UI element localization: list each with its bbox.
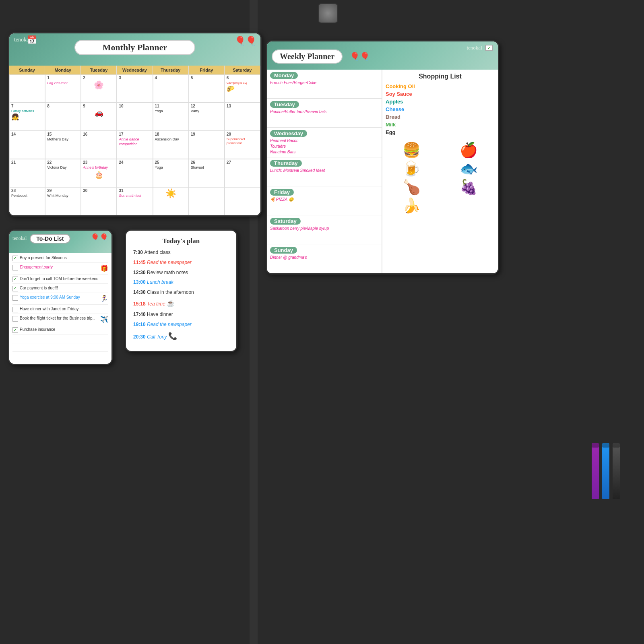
todo-item-text: Car payment is due!!! bbox=[20, 285, 108, 291]
plan-time: 11:45 bbox=[133, 260, 147, 265]
table-row: 21 bbox=[9, 159, 45, 187]
table-row: 15Mother's Day bbox=[45, 131, 81, 159]
col-friday: Friday bbox=[189, 66, 225, 74]
salmon-sticker: 🐟 bbox=[441, 160, 497, 177]
table-row: 16 bbox=[81, 131, 117, 159]
table-row: 27 bbox=[225, 159, 260, 187]
checkbox[interactable]: ✓ bbox=[12, 327, 18, 333]
monthly-header: tenokal Monthly Planner 🎈🎈 📅 bbox=[9, 33, 260, 66]
marker-purple bbox=[592, 443, 599, 499]
day-event: French Fries/Burger/Coke bbox=[270, 80, 378, 86]
plan-desc: Call Tony bbox=[147, 334, 167, 340]
todo-list: tenokal To-Do List 🎈🎈 ✓ Buy a present fo… bbox=[8, 229, 113, 365]
plan-desc: Read the newspaper bbox=[147, 322, 192, 327]
todays-plan: Today's plan 7:30 Attend class 11:45 Rea… bbox=[125, 229, 237, 352]
beer-sticker: 🍺 bbox=[384, 160, 440, 177]
day-block-sunday: Sunday Dinner @ grandma's bbox=[267, 244, 382, 273]
table-row: 14 bbox=[9, 131, 45, 159]
todo-item-text: Book the flight ticket for the Business … bbox=[20, 316, 99, 321]
table-row bbox=[225, 187, 260, 215]
plan-desc: Lunch break bbox=[147, 279, 173, 285]
plan-time: 19:10 bbox=[133, 322, 147, 327]
day-event: Lunch: Montreal Smoked Meat bbox=[270, 168, 378, 173]
plan-item: 12:30 Review math notes bbox=[133, 269, 229, 276]
day-block-thursday: Thursday Lunch: Montreal Smoked Meat bbox=[267, 157, 382, 186]
table-row: 30 bbox=[81, 187, 117, 215]
list-item: Engagement party 🎁 bbox=[12, 264, 108, 275]
table-row: 25Yoga bbox=[153, 159, 189, 187]
checkbox[interactable]: ✓ bbox=[12, 286, 18, 291]
table-row: 28Pentecost bbox=[9, 187, 45, 215]
empty-line bbox=[12, 345, 108, 352]
col-sunday: Sunday bbox=[9, 66, 45, 74]
calendar-header-row: Sunday Monday Tuesday Wednesday Thursday… bbox=[9, 66, 260, 74]
checkbox[interactable] bbox=[12, 265, 18, 270]
checkbox[interactable] bbox=[12, 316, 18, 322]
shopping-item: Milk bbox=[386, 122, 495, 128]
plan-item: 7:30 Attend class bbox=[133, 249, 229, 256]
shopping-list: Shopping List Cooking Oil Soy Sauce Appl… bbox=[382, 70, 498, 140]
col-monday: Monday bbox=[45, 66, 81, 74]
monthly-title: Monthly Planner bbox=[103, 42, 167, 52]
marker-tip bbox=[613, 443, 620, 448]
table-row: 19 bbox=[189, 131, 225, 159]
checkbox[interactable] bbox=[12, 295, 18, 301]
day-block-monday: Monday French Fries/Burger/Coke bbox=[267, 70, 382, 99]
weekly-header: Weekly Planner 🎈🎈 tenokal ✓ bbox=[267, 41, 498, 70]
food-stickers: 🍔 🍎 🍺 🐟 🍗 🍇 🍌 bbox=[382, 140, 498, 216]
turkey-sticker: 🍗 bbox=[384, 179, 440, 196]
checkbox[interactable] bbox=[12, 307, 18, 312]
shopping-title: Shopping List bbox=[386, 73, 495, 80]
plan-title: Today's plan bbox=[133, 237, 229, 245]
weekly-right-col: Shopping List Cooking Oil Soy Sauce Appl… bbox=[382, 70, 498, 273]
table-row: 24 bbox=[117, 159, 153, 187]
plan-desc: Read the newspaper bbox=[147, 260, 192, 265]
plan-time: 14:30 bbox=[133, 289, 147, 295]
table-row: 29Whit Monday bbox=[45, 187, 81, 215]
table-row: 23Anne's birthday🎂 bbox=[81, 159, 117, 187]
table-row: 8 bbox=[45, 103, 81, 131]
day-label: Friday bbox=[270, 189, 294, 196]
col-saturday: Saturday bbox=[225, 66, 260, 74]
table-row: 11Yoga bbox=[153, 103, 189, 131]
table-row: 10 bbox=[117, 103, 153, 131]
table-row: 4 bbox=[153, 74, 189, 103]
table-row: 5 bbox=[189, 74, 225, 103]
list-item: Yoga exercise at 9:00 AM Sunday 🏃‍♀️ bbox=[12, 295, 108, 305]
plan-item: 17:40 Have dinner bbox=[133, 311, 229, 318]
calendar-icon: 📅 bbox=[27, 35, 37, 45]
day-event: Dinner @ grandma's bbox=[270, 255, 378, 260]
col-wednesday: Wednesday bbox=[117, 66, 153, 74]
shopping-item: Bread bbox=[386, 114, 495, 120]
table-row: 18Ascension Day bbox=[153, 131, 189, 159]
table-row bbox=[189, 187, 225, 215]
todo-item-text: Buy a present for Silvanus bbox=[20, 255, 108, 260]
day-label: Sunday bbox=[270, 247, 297, 254]
weekly-balloons: 🎈🎈 bbox=[350, 52, 370, 61]
day-label: Wednesday bbox=[270, 130, 307, 137]
weekly-title: Weekly Planner bbox=[272, 50, 343, 64]
checkbox[interactable]: ✓ bbox=[12, 277, 18, 282]
plan-desc: Tea time bbox=[147, 301, 165, 307]
day-block-tuesday: Tuesday Poutine/Butter tarts/BeaverTails bbox=[267, 99, 382, 128]
shopping-item: Cheese bbox=[386, 106, 495, 112]
table-row: 2🌸 bbox=[81, 74, 117, 103]
table-row: 12Party bbox=[189, 103, 225, 131]
empty-line bbox=[12, 336, 108, 343]
table-row bbox=[9, 74, 45, 103]
table-row: 26Shavuot bbox=[189, 159, 225, 187]
plan-item: 13:00 Lunch break bbox=[133, 279, 229, 286]
tea-icon: ☕ bbox=[167, 300, 175, 307]
markers-area bbox=[592, 443, 620, 499]
plan-time: 7:30 bbox=[133, 250, 144, 255]
table-row: 17Annie dance competition bbox=[117, 131, 153, 159]
checkbox[interactable]: ✓ bbox=[12, 256, 18, 261]
plan-item: 20:30 Call Tony 📞 bbox=[133, 331, 229, 341]
plan-time: 17:40 bbox=[133, 312, 147, 317]
plan-desc: Class in the afternoon bbox=[147, 289, 194, 295]
banana-sticker: 🍌 bbox=[384, 197, 440, 214]
table-row: 1Lag BaOmer bbox=[45, 74, 81, 103]
table-row: 31Son math test bbox=[117, 187, 153, 215]
list-item: Book the flight ticket for the Business … bbox=[12, 316, 108, 326]
plan-time: 15:18 bbox=[133, 301, 147, 307]
